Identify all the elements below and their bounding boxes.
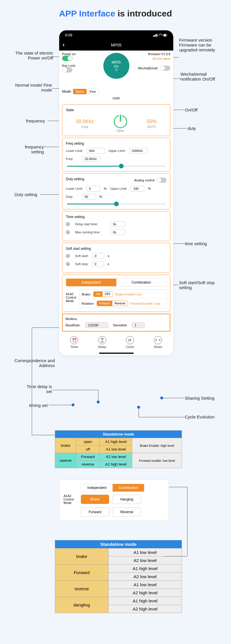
soft-stop-input[interactable]	[92, 261, 104, 267]
slave-input[interactable]	[132, 322, 145, 328]
share-button[interactable]: ⚬⚬ Share	[154, 336, 162, 349]
annot-duty: duty	[188, 126, 196, 131]
mode-select[interactable]: Norm Fine	[73, 89, 99, 94]
freq-slider-handle[interactable]	[119, 164, 124, 168]
sec-unit2: s	[107, 262, 109, 266]
keylock-toggle[interactable]	[62, 67, 72, 72]
freq-upper-input[interactable]	[129, 148, 148, 154]
freq-setting-title: Freq setting	[66, 142, 167, 146]
brake-select[interactable]: ON OFF	[93, 291, 113, 297]
rot-reverse[interactable]: Reverse	[112, 301, 128, 306]
duty-input[interactable]	[82, 194, 96, 200]
table-cell: A2 high level	[108, 605, 182, 613]
check-icon: ☑	[115, 68, 118, 71]
baud-label: BaudRate:	[66, 323, 81, 327]
freq-value: 20.0Khz	[76, 119, 94, 124]
annot-onoff: On/Off	[185, 107, 198, 112]
control-tabs[interactable]: Independent Combination	[66, 278, 167, 286]
mini-tab-independent[interactable]: Independent	[81, 484, 113, 492]
table-cell: brake	[55, 548, 109, 565]
pct-unit2: %	[148, 187, 151, 190]
duty-upper-label: Upper Limit:	[110, 187, 127, 190]
maxtime-input[interactable]	[110, 229, 125, 235]
back-icon[interactable]: ‹	[63, 41, 65, 48]
mode-fine[interactable]: Fine	[87, 89, 98, 94]
check-icon	[66, 254, 70, 258]
analog-toggle[interactable]	[156, 178, 167, 183]
bottom-bar: ⏰ Timer ⏳ Delay ⟳ Circle ⚬⚬ Share	[59, 333, 173, 353]
table-cell: A2 high level	[100, 461, 132, 468]
power-label: Power on:	[62, 52, 77, 56]
freq-col: 20.0Khz Freq	[76, 119, 94, 129]
app-header: ‹ MP05	[59, 40, 173, 51]
sec-unit: s	[108, 254, 109, 258]
slave-label: SlaveAdd:	[113, 323, 127, 327]
table-cell: open	[76, 438, 100, 446]
page-title: APP Interface is introduced	[0, 0, 231, 24]
rotation-select[interactable]: Forward Reverse	[97, 301, 128, 306]
delay-button[interactable]: ⏳ Delay	[98, 336, 106, 349]
keylock-label: Key Lock:	[62, 64, 76, 67]
power-toggle[interactable]	[62, 56, 72, 61]
delay-input[interactable]	[110, 221, 125, 227]
mini-hanging-button[interactable]: Hanging	[113, 495, 141, 504]
annot-cycle: Cycle Evolution	[185, 414, 215, 419]
mode-row: Mode: Norm Fine	[59, 88, 173, 96]
table-cell: swerve	[55, 453, 76, 468]
timer-button[interactable]: ⏰ Timer	[70, 336, 78, 349]
badge-title: MP05	[112, 60, 121, 64]
rot-forward[interactable]: Forward	[97, 301, 112, 306]
title-black: is introduced	[115, 9, 172, 18]
mini-forward-button[interactable]: Forward	[81, 507, 109, 517]
table-cell: Forward	[76, 453, 100, 461]
badge-state: On	[114, 64, 118, 68]
home-indicator	[99, 353, 134, 354]
modbus-title: Modbus	[66, 317, 167, 321]
rotation-label: Rotation:	[82, 302, 94, 305]
brake-off[interactable]: OFF	[103, 292, 113, 297]
svg-rect-5	[164, 34, 166, 36]
mini-reverse-button[interactable]: Reverse	[113, 507, 141, 517]
table-cell: A1 low level	[108, 581, 182, 589]
baud-input[interactable]	[85, 322, 108, 328]
soft-title: Soft start setting	[66, 247, 167, 251]
duty-lower-input[interactable]	[86, 186, 100, 191]
power-icon[interactable]	[114, 115, 127, 128]
table-standalone-1: Standalone mode brake open A1 high level…	[55, 430, 182, 468]
freq-lower-input[interactable]	[86, 148, 105, 154]
tab-independent[interactable]: Independent	[66, 279, 116, 286]
check-icon	[66, 222, 70, 226]
wechat-label: Wechat|Email:	[138, 66, 158, 70]
duty-upper-input[interactable]	[131, 186, 144, 191]
mini-tabs[interactable]: Independent Combination	[81, 484, 144, 492]
status-indicators	[153, 33, 167, 37]
freq-caption: Freq	[76, 125, 94, 129]
mini-tab-combination[interactable]: Combination	[113, 484, 144, 492]
state-title: State	[66, 108, 167, 112]
time-setting-title: Time setting	[66, 215, 167, 219]
analog-label: Analog control	[134, 178, 154, 182]
freq-input[interactable]	[82, 156, 100, 162]
annot-sharing: Sharing Setting	[185, 396, 215, 401]
freq-setting-card: Freq setting Lower Limit: Upper Limit: F…	[62, 138, 170, 172]
tab-combination[interactable]: Combination	[116, 279, 167, 286]
annot-wechat: Wechat/email notification On/Off	[180, 72, 224, 81]
duty-slider-handle[interactable]	[114, 202, 119, 206]
table-cell: A1 high level	[108, 597, 182, 605]
duty-col: 50% DUTY	[147, 119, 157, 129]
mini-brake-button[interactable]: Brake	[81, 495, 109, 504]
duty-slider[interactable]	[67, 204, 165, 204]
table-cell: brake	[55, 438, 76, 453]
latest-label: It's the latest	[131, 57, 170, 60]
table-cell: Brake Enable: high level	[132, 438, 182, 453]
brake-on[interactable]: ON	[94, 292, 103, 297]
soft-start-input[interactable]	[92, 253, 104, 259]
mode-norm[interactable]: Norm	[73, 89, 87, 94]
wechat-toggle[interactable]	[160, 66, 170, 71]
device-badge[interactable]: MP05 On ☑	[103, 53, 129, 79]
freq-slider[interactable]	[67, 166, 165, 167]
cycle-icon: ⟳	[126, 336, 134, 344]
circle-button[interactable]: ⟳ Circle	[126, 336, 134, 349]
delay-label: Delay	[98, 345, 106, 349]
status-time: 9:09	[65, 33, 72, 37]
